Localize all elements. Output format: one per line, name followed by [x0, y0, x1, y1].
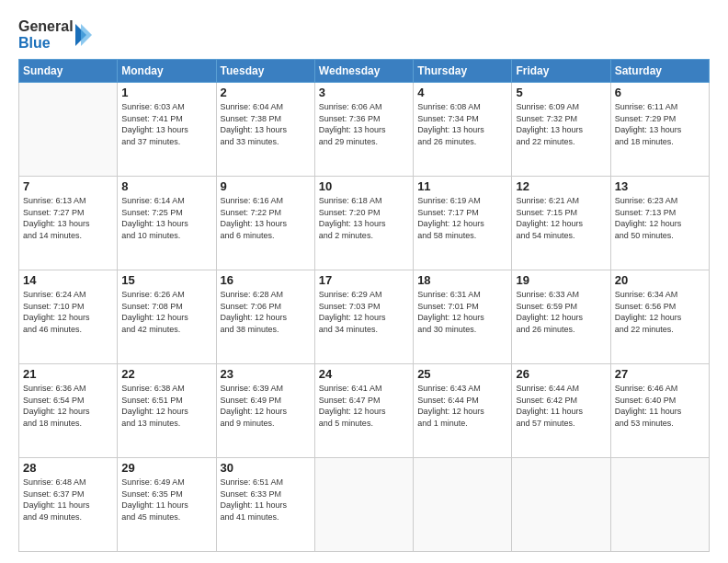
- day-info: Sunrise: 6:49 AM Sunset: 6:35 PM Dayligh…: [121, 477, 211, 523]
- weekday-tuesday: Tuesday: [216, 60, 314, 83]
- calendar-cell: 24Sunrise: 6:41 AM Sunset: 6:47 PM Dayli…: [314, 364, 413, 458]
- day-info: Sunrise: 6:19 AM Sunset: 7:17 PM Dayligh…: [417, 195, 507, 241]
- day-info: Sunrise: 6:48 AM Sunset: 6:37 PM Dayligh…: [23, 477, 113, 523]
- day-info: Sunrise: 6:18 AM Sunset: 7:20 PM Dayligh…: [319, 195, 409, 241]
- day-number: 17: [319, 273, 409, 287]
- calendar-cell: 6Sunrise: 6:11 AM Sunset: 7:29 PM Daylig…: [610, 83, 709, 177]
- day-info: Sunrise: 6:11 AM Sunset: 7:29 PM Dayligh…: [615, 101, 705, 147]
- day-info: Sunrise: 6:26 AM Sunset: 7:08 PM Dayligh…: [121, 289, 211, 335]
- weekday-header-row: SundayMondayTuesdayWednesdayThursdayFrid…: [19, 60, 710, 83]
- calendar-cell: 9Sunrise: 6:16 AM Sunset: 7:22 PM Daylig…: [216, 177, 314, 270]
- calendar-cell: 14Sunrise: 6:24 AM Sunset: 7:10 PM Dayli…: [19, 270, 118, 364]
- logo-text-block: General Blue: [18, 18, 74, 52]
- calendar-cell: 21Sunrise: 6:36 AM Sunset: 6:54 PM Dayli…: [19, 364, 118, 458]
- day-info: Sunrise: 6:04 AM Sunset: 7:38 PM Dayligh…: [221, 101, 311, 147]
- calendar-cell: [414, 458, 512, 552]
- day-number: 1: [121, 86, 211, 99]
- day-info: Sunrise: 6:43 AM Sunset: 6:44 PM Dayligh…: [417, 383, 507, 429]
- day-number: 3: [319, 86, 409, 99]
- calendar-cell: 28Sunrise: 6:48 AM Sunset: 6:37 PM Dayli…: [19, 458, 118, 552]
- calendar-cell: 2Sunrise: 6:04 AM Sunset: 7:38 PM Daylig…: [216, 83, 314, 177]
- day-info: Sunrise: 6:44 AM Sunset: 6:42 PM Dayligh…: [516, 383, 606, 429]
- calendar-cell: 3Sunrise: 6:06 AM Sunset: 7:36 PM Daylig…: [314, 83, 413, 177]
- calendar-cell: [610, 458, 709, 552]
- day-info: Sunrise: 6:31 AM Sunset: 7:01 PM Dayligh…: [417, 289, 507, 335]
- day-info: Sunrise: 6:09 AM Sunset: 7:32 PM Dayligh…: [516, 101, 606, 147]
- day-number: 2: [221, 86, 311, 99]
- logo: General Blue: [18, 15, 92, 52]
- header: General Blue: [18, 15, 710, 52]
- logo-blue: Blue: [18, 35, 74, 52]
- calendar-cell: 20Sunrise: 6:34 AM Sunset: 6:56 PM Dayli…: [610, 270, 709, 364]
- day-number: 6: [615, 86, 705, 99]
- day-number: 12: [516, 179, 606, 193]
- day-number: 11: [417, 179, 507, 193]
- calendar-cell: 22Sunrise: 6:38 AM Sunset: 6:51 PM Dayli…: [118, 364, 216, 458]
- day-number: 26: [516, 367, 606, 381]
- calendar-cell: 8Sunrise: 6:14 AM Sunset: 7:25 PM Daylig…: [118, 177, 216, 270]
- day-info: Sunrise: 6:29 AM Sunset: 7:03 PM Dayligh…: [319, 289, 409, 335]
- week-row-4: 28Sunrise: 6:48 AM Sunset: 6:37 PM Dayli…: [19, 458, 710, 552]
- calendar-cell: [314, 458, 413, 552]
- day-number: 25: [417, 367, 507, 381]
- day-number: 23: [221, 367, 311, 381]
- weekday-friday: Friday: [512, 60, 610, 83]
- day-number: 5: [516, 86, 606, 99]
- day-number: 21: [23, 367, 113, 381]
- calendar-cell: 4Sunrise: 6:08 AM Sunset: 7:34 PM Daylig…: [414, 83, 512, 177]
- week-row-3: 21Sunrise: 6:36 AM Sunset: 6:54 PM Dayli…: [19, 364, 710, 458]
- day-info: Sunrise: 6:21 AM Sunset: 7:15 PM Dayligh…: [516, 195, 606, 241]
- day-info: Sunrise: 6:16 AM Sunset: 7:22 PM Dayligh…: [221, 195, 311, 241]
- day-info: Sunrise: 6:14 AM Sunset: 7:25 PM Dayligh…: [121, 195, 211, 241]
- day-number: 13: [615, 179, 705, 193]
- day-info: Sunrise: 6:03 AM Sunset: 7:41 PM Dayligh…: [121, 101, 211, 147]
- day-info: Sunrise: 6:24 AM Sunset: 7:10 PM Dayligh…: [23, 289, 113, 335]
- day-info: Sunrise: 6:08 AM Sunset: 7:34 PM Dayligh…: [417, 101, 507, 147]
- logo-container: General Blue: [18, 18, 92, 52]
- calendar-cell: 15Sunrise: 6:26 AM Sunset: 7:08 PM Dayli…: [118, 270, 216, 364]
- day-number: 16: [221, 273, 311, 287]
- day-number: 22: [121, 367, 211, 381]
- day-info: Sunrise: 6:39 AM Sunset: 6:49 PM Dayligh…: [221, 383, 311, 429]
- day-info: Sunrise: 6:28 AM Sunset: 7:06 PM Dayligh…: [221, 289, 311, 335]
- day-number: 18: [417, 273, 507, 287]
- day-info: Sunrise: 6:33 AM Sunset: 6:59 PM Dayligh…: [516, 289, 606, 335]
- calendar-cell: 5Sunrise: 6:09 AM Sunset: 7:32 PM Daylig…: [512, 83, 610, 177]
- day-info: Sunrise: 6:36 AM Sunset: 6:54 PM Dayligh…: [23, 383, 113, 429]
- calendar-cell: 7Sunrise: 6:13 AM Sunset: 7:27 PM Daylig…: [19, 177, 118, 270]
- weekday-sunday: Sunday: [19, 60, 118, 83]
- calendar-cell: 19Sunrise: 6:33 AM Sunset: 6:59 PM Dayli…: [512, 270, 610, 364]
- day-info: Sunrise: 6:46 AM Sunset: 6:40 PM Dayligh…: [615, 383, 705, 429]
- day-number: 20: [615, 273, 705, 287]
- day-number: 28: [23, 461, 113, 475]
- calendar-cell: 29Sunrise: 6:49 AM Sunset: 6:35 PM Dayli…: [118, 458, 216, 552]
- day-number: 8: [121, 179, 211, 193]
- calendar-cell: [512, 458, 610, 552]
- day-number: 19: [516, 273, 606, 287]
- day-info: Sunrise: 6:06 AM Sunset: 7:36 PM Dayligh…: [319, 101, 409, 147]
- week-row-0: 1Sunrise: 6:03 AM Sunset: 7:41 PM Daylig…: [19, 83, 710, 177]
- day-number: 9: [221, 179, 311, 193]
- day-info: Sunrise: 6:13 AM Sunset: 7:27 PM Dayligh…: [23, 195, 113, 241]
- calendar-cell: 30Sunrise: 6:51 AM Sunset: 6:33 PM Dayli…: [216, 458, 314, 552]
- day-info: Sunrise: 6:38 AM Sunset: 6:51 PM Dayligh…: [121, 383, 211, 429]
- calendar-cell: 26Sunrise: 6:44 AM Sunset: 6:42 PM Dayli…: [512, 364, 610, 458]
- day-info: Sunrise: 6:34 AM Sunset: 6:56 PM Dayligh…: [615, 289, 705, 335]
- day-number: 27: [615, 367, 705, 381]
- calendar-cell: [19, 83, 118, 177]
- weekday-monday: Monday: [118, 60, 216, 83]
- calendar-table: SundayMondayTuesdayWednesdayThursdayFrid…: [18, 59, 710, 552]
- weekday-thursday: Thursday: [414, 60, 512, 83]
- day-number: 4: [417, 86, 507, 99]
- svg-marker-1: [81, 24, 92, 46]
- day-info: Sunrise: 6:51 AM Sunset: 6:33 PM Dayligh…: [221, 477, 311, 523]
- page: General Blue SundayMondayTuesdayWednesda…: [0, 0, 728, 563]
- week-row-2: 14Sunrise: 6:24 AM Sunset: 7:10 PM Dayli…: [19, 270, 710, 364]
- weekday-wednesday: Wednesday: [314, 60, 413, 83]
- calendar-cell: 13Sunrise: 6:23 AM Sunset: 7:13 PM Dayli…: [610, 177, 709, 270]
- week-row-1: 7Sunrise: 6:13 AM Sunset: 7:27 PM Daylig…: [19, 177, 710, 270]
- calendar-cell: 10Sunrise: 6:18 AM Sunset: 7:20 PM Dayli…: [314, 177, 413, 270]
- day-number: 24: [319, 367, 409, 381]
- calendar-cell: 17Sunrise: 6:29 AM Sunset: 7:03 PM Dayli…: [314, 270, 413, 364]
- day-number: 30: [221, 461, 311, 475]
